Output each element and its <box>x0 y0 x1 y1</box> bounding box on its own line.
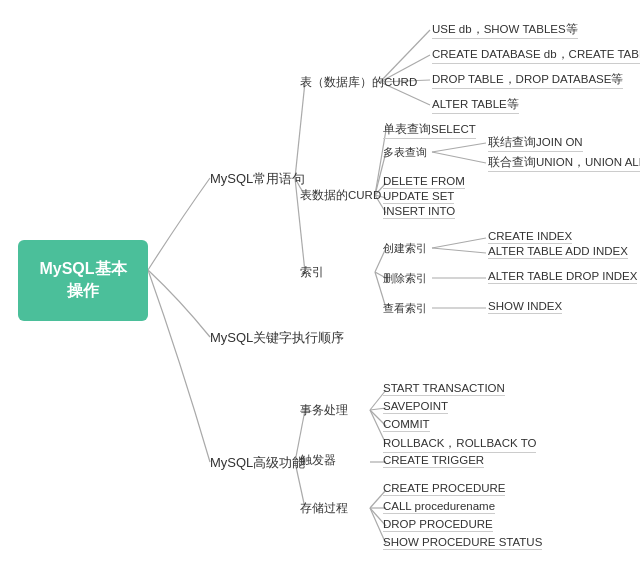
leaf-create-procedure: CREATE PROCEDURE <box>383 482 505 496</box>
root-node: MySQL基本操作 <box>18 240 148 321</box>
sub-transaction: 事务处理 <box>300 403 348 418</box>
leaf-start-transaction: START TRANSACTION <box>383 382 505 396</box>
mind-map: MySQL基本操作 MySQL常用语句 MySQL关键字执行顺序 MySQL高级… <box>0 0 640 581</box>
leaf-drop-table: DROP TABLE，DROP DATABASE等 <box>432 72 623 89</box>
leaf-savepoint: SAVEPOINT <box>383 400 448 414</box>
sub2-multi-query: 多表查询 <box>383 145 427 160</box>
svg-line-15 <box>432 248 486 253</box>
root-label: MySQL基本操作 <box>39 260 126 299</box>
leaf-alter-table: ALTER TABLE等 <box>432 97 519 114</box>
sub-index: 索引 <box>300 265 324 280</box>
branch-mysql-keyword: MySQL关键字执行顺序 <box>210 329 344 347</box>
leaf-commit: COMMIT <box>383 418 430 432</box>
svg-line-10 <box>432 152 486 163</box>
svg-line-14 <box>432 238 486 248</box>
leaf-insert: INSERT INTO <box>383 205 455 219</box>
leaf-use-db: USE db，SHOW TABLES等 <box>432 22 578 39</box>
leaf-show-procedure: SHOW PROCEDURE STATUS <box>383 536 542 550</box>
leaf-alter-add-index: ALTER TABLE ADD INDEX <box>488 245 628 259</box>
leaf-join: 联结查询JOIN ON <box>488 135 583 152</box>
sub2-drop-index: 删除索引 <box>383 271 427 286</box>
sub-data-curd: 表数据的CURD <box>300 188 381 203</box>
leaf-create-index: CREATE INDEX <box>488 230 572 244</box>
leaf-rollback: ROLLBACK，ROLLBACK TO <box>383 436 536 453</box>
leaf-call-procedure: CALL procedurename <box>383 500 495 514</box>
sub-table-curd: 表（数据库）的CURD <box>300 75 417 90</box>
leaf-update: UPDATE SET <box>383 190 454 204</box>
leaf-drop-procedure: DROP PROCEDURE <box>383 518 493 532</box>
sub2-create-index: 创建索引 <box>383 241 427 256</box>
leaf-alter-drop-index: ALTER TABLE DROP INDEX <box>488 270 637 284</box>
leaf-create-trigger: CREATE TRIGGER <box>383 454 484 468</box>
leaf-select: 单表查询SELECT <box>383 122 476 139</box>
leaf-delete: DELETE FROM <box>383 175 465 189</box>
branch-mysql-common: MySQL常用语句 <box>210 170 305 188</box>
leaf-union: 联合查询UNION，UNION ALL <box>488 155 640 172</box>
sub2-show-index: 查看索引 <box>383 301 427 316</box>
sub-procedure: 存储过程 <box>300 501 348 516</box>
sub-trigger: 触发器 <box>300 453 336 468</box>
branch-mysql-advanced: MySQL高级功能 <box>210 454 305 472</box>
svg-line-9 <box>432 143 486 152</box>
leaf-create-db: CREATE DATABASE db，CREATE TABLE等 <box>432 47 640 64</box>
leaf-show-index: SHOW INDEX <box>488 300 562 314</box>
